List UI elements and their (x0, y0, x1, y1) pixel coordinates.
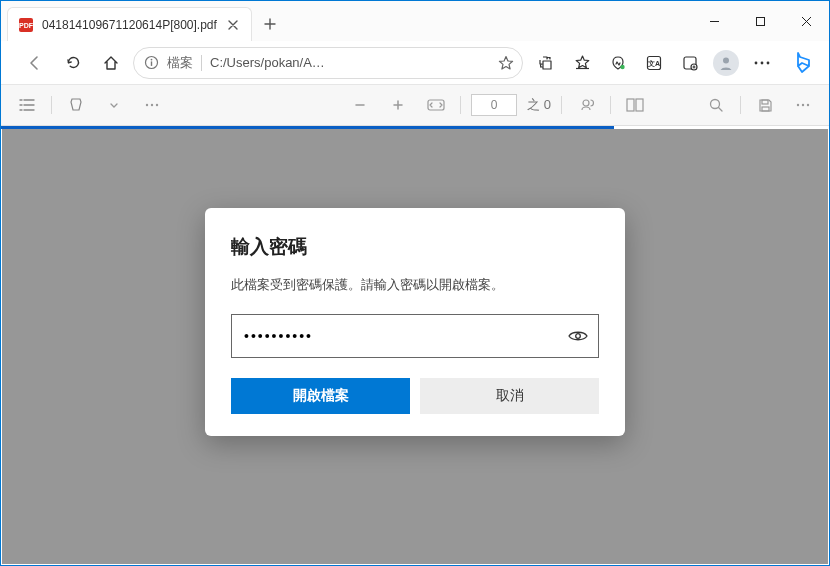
pdf-more-button[interactable] (789, 91, 817, 119)
new-tab-button[interactable] (252, 7, 288, 41)
nav-back-button[interactable] (19, 47, 51, 79)
separator (51, 96, 52, 114)
more-menu-button[interactable] (745, 47, 779, 79)
url-text: C:/Users/pokan/A… (210, 55, 490, 70)
password-dialog: 輸入密碼 此檔案受到密碼保護。請輸入密碼以開啟檔案。 開啟檔案 取消 (205, 208, 625, 436)
profile-button[interactable] (709, 47, 743, 79)
zoom-in-button[interactable] (384, 91, 412, 119)
toc-button[interactable] (13, 91, 41, 119)
save-button[interactable] (751, 91, 779, 119)
separator (561, 96, 562, 114)
svg-point-11 (723, 57, 729, 63)
read-aloud-button[interactable] (572, 91, 600, 119)
separator (460, 96, 461, 114)
highlight-button[interactable] (62, 91, 90, 119)
svg-point-14 (767, 61, 770, 64)
svg-rect-21 (636, 99, 643, 111)
favorites-button[interactable] (565, 47, 599, 79)
avatar-icon (713, 50, 739, 76)
svg-text:文A: 文A (647, 59, 660, 68)
nav-refresh-button[interactable] (57, 47, 89, 79)
favorite-star-button[interactable] (498, 55, 514, 71)
bing-chat-button[interactable] (785, 47, 819, 79)
dialog-message: 此檔案受到密碼保護。請輸入密碼以開啟檔案。 (231, 276, 599, 294)
svg-point-28 (576, 334, 581, 339)
dialog-title: 輸入密碼 (231, 234, 599, 260)
password-field-wrap (231, 314, 599, 358)
ellipsis-button[interactable] (138, 91, 166, 119)
show-password-button[interactable] (568, 329, 588, 343)
separator (610, 96, 611, 114)
zoom-out-button[interactable] (346, 91, 374, 119)
window-close-button[interactable] (783, 1, 829, 41)
browser-tab[interactable]: PDF 041814109671120614P[800].pdf (7, 7, 252, 41)
nav-home-button[interactable] (95, 47, 127, 79)
svg-point-16 (151, 104, 153, 106)
svg-point-25 (797, 104, 799, 106)
url-divider (201, 55, 202, 71)
svg-point-15 (146, 104, 148, 106)
svg-point-17 (156, 104, 158, 106)
page-number-input[interactable]: 0 (471, 94, 517, 116)
svg-point-13 (761, 61, 764, 64)
svg-point-27 (807, 104, 809, 106)
svg-rect-20 (627, 99, 634, 111)
highlight-dropdown[interactable] (100, 91, 128, 119)
svg-rect-23 (762, 100, 768, 104)
svg-rect-5 (151, 61, 152, 66)
toolbar-right: 文A (529, 47, 819, 79)
svg-text:PDF: PDF (19, 22, 34, 29)
page-total: 之 0 (527, 96, 551, 114)
translate-button[interactable]: 文A (637, 47, 671, 79)
tab-close-button[interactable] (225, 17, 241, 33)
ellipsis-icon (754, 61, 770, 65)
performance-button[interactable] (601, 47, 635, 79)
url-box[interactable]: 檔案 C:/Users/pokan/A… (133, 47, 523, 79)
security-label: 檔案 (167, 54, 193, 72)
dialog-buttons: 開啟檔案 取消 (231, 378, 599, 414)
pdf-file-icon: PDF (18, 17, 34, 33)
address-bar: 檔案 C:/Users/pokan/A… 文A (1, 41, 829, 85)
site-info-icon[interactable] (144, 55, 159, 70)
svg-point-19 (583, 100, 589, 106)
page-view-button[interactable] (621, 91, 649, 119)
svg-point-6 (620, 64, 624, 68)
separator (740, 96, 741, 114)
page-current: 0 (491, 98, 498, 112)
pdf-toolbar: 0 之 0 (1, 85, 829, 126)
svg-point-26 (802, 104, 804, 106)
window-maximize-button[interactable] (737, 1, 783, 41)
svg-rect-2 (756, 17, 764, 25)
fit-page-button[interactable] (422, 91, 450, 119)
open-file-button[interactable]: 開啟檔案 (231, 378, 410, 414)
collections-button[interactable] (673, 47, 707, 79)
tab-title: 041814109671120614P[800].pdf (42, 18, 217, 32)
svg-rect-24 (762, 107, 769, 111)
extensions-button[interactable] (529, 47, 563, 79)
find-button[interactable] (702, 91, 730, 119)
window-minimize-button[interactable] (691, 1, 737, 41)
svg-point-4 (151, 59, 153, 61)
password-input[interactable] (244, 328, 556, 344)
window-controls (691, 1, 829, 41)
svg-point-12 (755, 61, 758, 64)
cancel-button[interactable]: 取消 (420, 378, 599, 414)
